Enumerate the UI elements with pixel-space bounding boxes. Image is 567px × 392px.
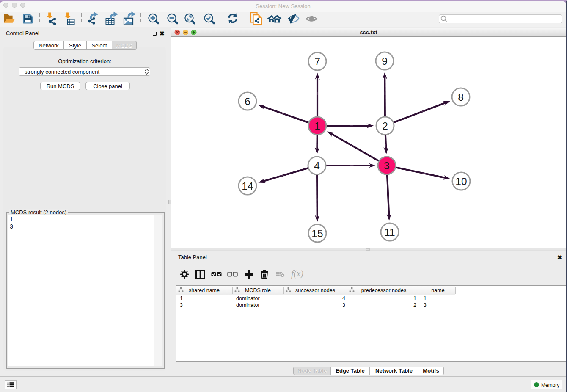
svg-text:3: 3 — [384, 160, 390, 171]
svg-text:9: 9 — [382, 55, 388, 67]
svg-text:1: 1 — [314, 120, 320, 132]
svg-text:10: 10 — [455, 176, 467, 187]
svg-text:4: 4 — [314, 160, 320, 171]
svg-text:8: 8 — [458, 91, 464, 103]
svg-text:15: 15 — [311, 228, 323, 239]
svg-text:14: 14 — [242, 180, 253, 192]
svg-text:11: 11 — [384, 226, 395, 238]
svg-text:6: 6 — [245, 96, 250, 107]
svg-text:2: 2 — [382, 120, 388, 132]
svg-text:7: 7 — [314, 56, 320, 67]
